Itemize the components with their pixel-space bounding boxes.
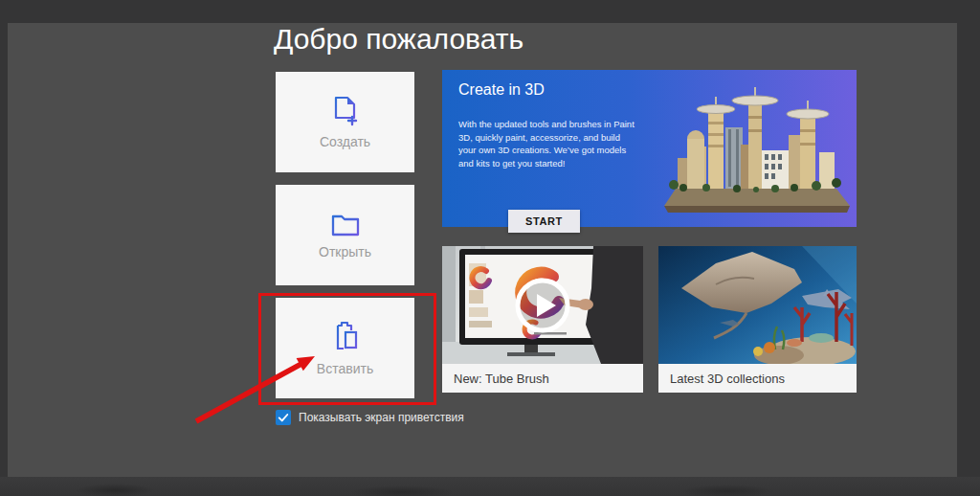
play-icon (512, 275, 573, 336)
show-welcome-checkbox[interactable]: Показывать экран приветствия (276, 410, 464, 425)
underwater-thumbnail (658, 246, 857, 364)
paste-clipboard-icon (330, 320, 361, 354)
banner-description: With the updated tools and brushes in Pa… (458, 118, 635, 169)
action-label: Создать (320, 134, 370, 149)
checkbox-box[interactable] (276, 410, 291, 425)
checkmark-icon (278, 412, 289, 423)
create-in-3d-banner[interactable]: Create in 3D With the updated tools and … (442, 70, 857, 227)
open-folder-icon (330, 211, 361, 237)
screenshot-root: Добро пожаловать Создать Открыть (0, 0, 980, 496)
collections-card[interactable]: Latest 3D collections (658, 246, 857, 393)
start-button[interactable]: START (508, 210, 580, 233)
card-caption: Latest 3D collections (658, 364, 857, 393)
create-button[interactable]: Создать (276, 72, 414, 172)
card-caption: New: Tube Brush (442, 364, 643, 393)
action-label: Открыть (319, 244, 371, 259)
page-title: Добро пожаловать (274, 23, 523, 56)
3d-city-illustration (660, 78, 852, 223)
action-label: Вставить (317, 361, 373, 376)
banner-title: Create in 3D (458, 81, 545, 99)
taskbar-blur-strip (0, 477, 980, 496)
play-overlay[interactable] (442, 246, 643, 364)
open-button[interactable]: Открыть (276, 185, 414, 285)
paste-button[interactable]: Вставить (276, 298, 414, 398)
checkbox-label: Показывать экран приветствия (299, 411, 464, 424)
tube-brush-card[interactable]: New: Tube Brush (442, 246, 643, 393)
new-document-icon (331, 95, 360, 127)
